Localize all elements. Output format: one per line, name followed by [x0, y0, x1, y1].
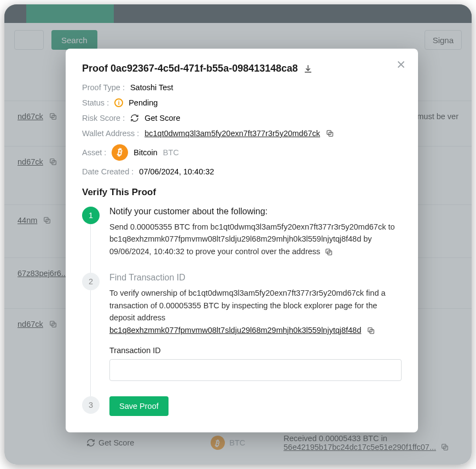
- step-2: 2 Find Transaction ID To verify ownershi…: [82, 273, 402, 396]
- step-1-instructions: Send 0.00005355 BTC from bc1qt0dwmq3l3am…: [109, 222, 395, 256]
- wallet-address-label: Wallet Address: [82, 129, 139, 138]
- verify-steps: 1 Notify your customer about the followi…: [82, 207, 402, 416]
- asset-ticker: BTC: [163, 148, 179, 157]
- step-number-3: 3: [82, 396, 100, 414]
- step-number-1: 1: [82, 207, 100, 224]
- verify-section-title: Verify This Proof: [82, 187, 402, 198]
- step-3: 3 Save Proof: [82, 396, 402, 416]
- status-label: Status: [82, 98, 109, 107]
- proof-type-label: Proof Type: [82, 83, 125, 92]
- step-number-2: 2: [82, 273, 100, 290]
- date-created-label: Date Created: [82, 167, 133, 176]
- modal-title: Proof 0ac92367-4c5d-471f-b55a-098413148c…: [82, 63, 298, 74]
- step-2-title: Find Transaction ID: [109, 273, 402, 283]
- risk-score-label: Risk Score: [82, 114, 125, 122]
- copy-icon[interactable]: [326, 129, 334, 138]
- asset-label: Asset: [82, 148, 106, 157]
- proof-metadata: Proof Type Satoshi Test Status i Pending…: [82, 83, 402, 176]
- copy-icon[interactable]: [324, 248, 333, 256]
- step-1-title: Notify your customer about the following…: [109, 207, 402, 216]
- get-score-action[interactable]: Get Score: [144, 114, 180, 122]
- proof-modal: Proof 0ac92367-4c5d-471f-b55a-098413148c…: [66, 49, 418, 432]
- wallet-address-link[interactable]: bc1qt0dwmq3l3am5fy20exn7ft377r3r5y20md67…: [144, 129, 320, 138]
- status-value: Pending: [129, 98, 158, 107]
- transaction-id-input[interactable]: [109, 359, 402, 381]
- step-2-text: To verify ownership of bc1qt0dwmq3l3am5f…: [109, 287, 402, 336]
- download-icon[interactable]: [303, 64, 313, 74]
- proof-type-value: Satoshi Test: [130, 83, 173, 92]
- copy-icon[interactable]: [367, 326, 375, 335]
- step-1: 1 Notify your customer about the followi…: [82, 207, 402, 273]
- transaction-id-label: Transaction ID: [109, 346, 402, 355]
- bitcoin-icon: ₿: [111, 143, 130, 162]
- save-proof-button[interactable]: Save Proof: [109, 396, 169, 416]
- step-1-text: Send 0.00005355 BTC from bc1qt0dwmq3l3am…: [109, 221, 402, 257]
- refresh-icon[interactable]: [130, 114, 139, 122]
- step-2-instructions: To verify ownership of bc1qt0dwmq3l3am5f…: [109, 289, 386, 322]
- modal-title-row: Proof 0ac92367-4c5d-471f-b55a-098413148c…: [82, 63, 402, 74]
- deposit-address-link[interactable]: bc1q8exhzmmk077fpmvmw08lt7sldju29l68m29m…: [109, 326, 361, 335]
- asset-name: Bitcoin: [133, 148, 158, 157]
- close-button[interactable]: [395, 58, 407, 71]
- date-created-value: 07/06/2024, 10:40:32: [139, 167, 214, 176]
- pending-icon: i: [114, 98, 123, 107]
